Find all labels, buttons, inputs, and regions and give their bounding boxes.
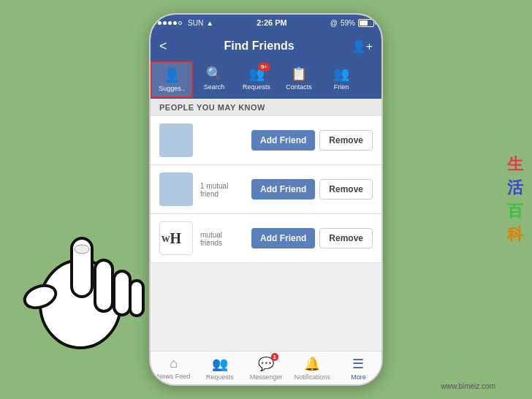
carrier-label: SUN <box>188 19 203 27</box>
tab-suggested[interactable]: 👤 Sugges.. <box>151 61 193 98</box>
signal-dot-1 <box>158 21 162 25</box>
bottom-tab-requests[interactable]: 👥 Requests <box>197 352 243 384</box>
requests-badge: 9+ <box>258 63 270 71</box>
status-time: 2:26 PM <box>256 18 287 27</box>
search-icon: 🔍 <box>206 66 222 82</box>
watermark-char-1: 生 <box>507 153 523 175</box>
svg-rect-3 <box>95 260 113 311</box>
tab-friends[interactable]: 👥 Frien <box>320 61 362 95</box>
watermark-char-3: 百 <box>507 200 523 222</box>
friend-card-2: 1 mutual friend Add Friend Remove <box>151 165 381 214</box>
watermark-right: 生 活 百 科 <box>507 153 523 246</box>
messenger-icon: 💬 1 <box>258 356 274 372</box>
more-icon: ☰ <box>352 356 364 372</box>
bottom-tab-newsfeed[interactable]: ⌂ News Feed <box>151 352 197 384</box>
suggested-icon: 👤 <box>164 67 180 83</box>
bottom-tab-more[interactable]: ☰ More <box>335 352 381 384</box>
more-label: More <box>351 373 366 381</box>
battery-percent: 59% <box>341 19 355 27</box>
navigation-bar: < Find Friends 👤+ <box>151 31 381 61</box>
friend-actions-1: Add Friend Remove <box>251 130 373 151</box>
friend-info-3: mutual friends <box>200 229 244 247</box>
page-title: Find Friends <box>224 39 294 53</box>
back-button[interactable]: < <box>159 39 167 54</box>
bottom-bar: ⌂ News Feed 👥 Requests 💬 1 Messenger 🔔 <box>151 351 381 384</box>
bottom-tab-messenger[interactable]: 💬 1 Messenger <box>243 352 289 384</box>
tab-search[interactable]: 🔍 Search <box>193 61 235 95</box>
friend-actions-3: Add Friend Remove <box>251 228 373 248</box>
status-bar: SUN ▲ 2:26 PM @ 59% <box>151 15 381 31</box>
hand-cursor-overlay <box>15 194 146 355</box>
wh-w-char: w <box>162 232 170 245</box>
watermark-char-2: 活 <box>507 177 523 199</box>
remove-button-2[interactable]: Remove <box>319 179 373 200</box>
signal-dot-3 <box>168 21 172 25</box>
wifi-icon: ▲ <box>206 19 213 27</box>
tab-requests[interactable]: 👥 Requests 9+ <box>235 61 278 95</box>
signal-dot-4 <box>173 21 177 25</box>
friend-info-2: 1 mutual friend <box>200 180 244 198</box>
svg-point-0 <box>40 260 121 348</box>
add-friend-button-1[interactable]: Add Friend <box>251 130 315 151</box>
add-friend-button-3[interactable]: Add Friend <box>251 228 315 248</box>
friend-info-1 <box>200 140 244 141</box>
search-label: Search <box>204 83 225 91</box>
svg-point-1 <box>22 281 59 311</box>
battery-icon <box>358 19 374 27</box>
friend-card-1: Add Friend Remove <box>151 116 381 165</box>
status-left: SUN ▲ <box>158 19 213 27</box>
svg-rect-2 <box>72 238 92 297</box>
section-header: PEOPLE YOU MAY KNOW <box>151 99 381 116</box>
messenger-label: Messenger <box>250 373 283 381</box>
watermark-url: www.bimeiz.com <box>441 382 495 390</box>
contacts-icon: 📋 <box>291 66 307 82</box>
add-friend-nav-icon[interactable]: 👤+ <box>352 39 373 53</box>
requests2-label: Requests <box>206 373 234 381</box>
signal-dots <box>158 21 182 25</box>
friends-icon: 👥 <box>333 66 349 82</box>
tabs-bar: 👤 Sugges.. 🔍 Search 👥 Requests 9+ 📋 Cont… <box>151 61 381 99</box>
friend-actions-2: Add Friend Remove <box>251 179 373 200</box>
wh-h-char: H <box>170 230 182 247</box>
svg-rect-4 <box>114 271 130 315</box>
location-icon: @ <box>330 19 338 27</box>
tab-contacts[interactable]: 📋 Contacts <box>278 61 320 95</box>
watermark-char-4: 科 <box>507 224 523 246</box>
requests-label: Requests <box>243 83 270 91</box>
remove-button-3[interactable]: Remove <box>319 228 373 248</box>
battery-fill <box>360 20 368 26</box>
signal-dot-5 <box>178 21 182 25</box>
friend-mutual-2: 1 mutual friend <box>200 182 244 198</box>
avatar-1 <box>159 123 193 157</box>
notifications-icon: 🔔 <box>304 356 320 372</box>
main-content: PEOPLE YOU MAY KNOW Add Friend Remove <box>151 99 381 351</box>
notifications-label: Notifications <box>294 373 330 381</box>
svg-rect-5 <box>130 281 143 316</box>
friend-card-3: w H mutual friends Add Friend Remove <box>151 214 381 263</box>
newsfeed-icon: ⌂ <box>170 356 178 371</box>
suggested-label: Sugges.. <box>159 85 185 92</box>
bottom-tab-notifications[interactable]: 🔔 Notifications <box>289 352 335 384</box>
newsfeed-label: News Feed <box>157 373 191 380</box>
messenger-badge: 1 <box>271 353 278 361</box>
svg-point-6 <box>75 245 89 254</box>
remove-button-1[interactable]: Remove <box>319 130 373 151</box>
requests2-icon: 👥 <box>212 356 228 372</box>
friend-mutual-3: mutual friends <box>200 231 244 247</box>
phone-frame: SUN ▲ 2:26 PM @ 59% < Find Friends 👤+ <box>149 13 383 386</box>
avatar-2 <box>159 172 193 206</box>
contacts-label: Contacts <box>286 83 312 91</box>
signal-dot-2 <box>163 21 167 25</box>
add-friend-button-2[interactable]: Add Friend <box>251 179 315 200</box>
status-right: @ 59% <box>330 19 374 27</box>
wh-logo: w H <box>159 221 193 255</box>
friends-label: Frien <box>334 83 349 91</box>
